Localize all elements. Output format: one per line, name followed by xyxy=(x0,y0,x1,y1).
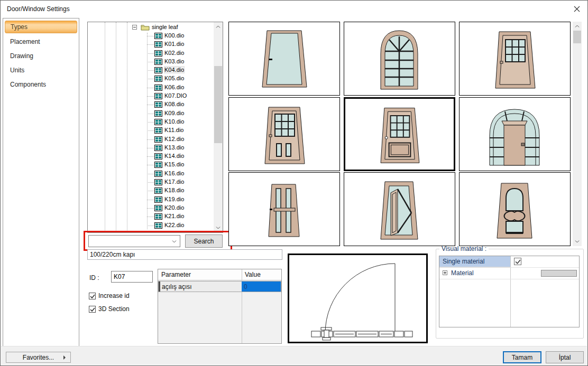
single-material-checkbox[interactable] xyxy=(514,258,521,265)
tree-connector xyxy=(147,130,154,131)
search-combobox[interactable] xyxy=(88,235,180,247)
tree-item[interactable]: K13.dio xyxy=(88,144,214,152)
parameter-table: Parameter Value açılış açısı 0 xyxy=(158,269,282,344)
tree-folder-single-leaf[interactable]: single leaf xyxy=(88,23,214,32)
dio-file-icon xyxy=(154,179,162,185)
preview-scrollbar[interactable] xyxy=(573,22,582,246)
search-button[interactable]: Search xyxy=(185,234,223,248)
diagonal-braced-glazed-door xyxy=(344,173,455,246)
visual-material-table: Single material Material xyxy=(439,256,580,327)
scroll-up-icon[interactable] xyxy=(573,22,582,31)
door-preview-cell-8[interactable] xyxy=(459,172,571,246)
increase-id-checkbox[interactable]: Increase id xyxy=(89,292,130,299)
tree-connector xyxy=(147,88,154,88)
dio-file-icon xyxy=(154,127,162,134)
collapse-icon[interactable] xyxy=(132,25,137,30)
tree-folder-label: single leaf xyxy=(152,24,178,30)
nine-pane-door-bottom-lights xyxy=(229,98,339,171)
3d-section-checkbox[interactable]: 3D Section xyxy=(89,305,130,313)
parameter-value-cell[interactable]: 0 xyxy=(242,281,281,292)
dialog-title: Door/Window Settings xyxy=(7,5,70,13)
tree-item[interactable]: K23.dio xyxy=(88,230,214,232)
tree-item[interactable]: K04.dio xyxy=(88,66,214,74)
door-preview-cell-7[interactable] xyxy=(344,172,455,246)
tree-item[interactable]: K09.dio xyxy=(88,109,214,118)
dio-file-icon xyxy=(154,101,162,108)
dio-file-icon xyxy=(154,33,162,39)
single-material-row[interactable]: Single material xyxy=(439,256,510,267)
tree-item[interactable]: K06.dio xyxy=(88,83,214,92)
tree-item[interactable]: K02.dio xyxy=(88,49,214,58)
sidebar-item-components[interactable]: Components xyxy=(3,78,79,92)
material-row-label[interactable]: Material xyxy=(451,269,474,277)
double-strip-glazed-door xyxy=(229,173,339,246)
material-swatch-button[interactable] xyxy=(541,270,577,277)
scrollbar-thumb[interactable] xyxy=(214,66,222,143)
chevron-down-icon[interactable] xyxy=(172,240,177,243)
sidebar-item-types[interactable]: Types xyxy=(5,21,77,33)
sidebar-item-drawing[interactable]: Drawing xyxy=(3,49,79,63)
scrollbar-thumb[interactable] xyxy=(573,31,581,43)
door-preview-cell-6[interactable] xyxy=(228,172,340,246)
tree-item[interactable]: K08.dio xyxy=(88,100,214,109)
scroll-up-icon[interactable] xyxy=(214,22,223,31)
tree-connector xyxy=(147,139,154,140)
tree-item[interactable]: K05.dio xyxy=(88,74,214,83)
tree-item[interactable]: K03.dio xyxy=(88,58,214,66)
tree-item[interactable]: K21.dio xyxy=(88,212,214,221)
arched-multi-pane-door xyxy=(344,22,455,95)
dio-file-icon xyxy=(154,76,162,82)
type-description: 100/220cm kapı xyxy=(87,249,282,260)
tree-item[interactable]: K11.dio xyxy=(88,126,214,135)
nine-pane-door-bottom-panel xyxy=(345,99,454,170)
door-preview-cell-2[interactable] xyxy=(459,22,571,96)
tree-item[interactable]: K17.dio xyxy=(88,178,214,186)
expand-icon[interactable] xyxy=(443,270,447,275)
tree-item[interactable]: K01.dio xyxy=(88,40,214,49)
door-preview-cell-4[interactable] xyxy=(344,97,455,171)
tree-connector xyxy=(147,174,154,174)
tree-item[interactable]: K19.dio xyxy=(88,195,214,204)
scroll-down-icon[interactable] xyxy=(573,237,582,246)
tree-item[interactable]: K12.dio xyxy=(88,135,214,144)
dio-file-icon xyxy=(154,162,162,168)
id-input[interactable] xyxy=(111,271,153,283)
favorites-button[interactable]: Favorites... xyxy=(6,352,71,363)
sidebar: TypesPlacementDrawingUnitsComponents xyxy=(3,18,79,347)
tree-scrollbar[interactable] xyxy=(214,22,223,232)
cancel-button[interactable]: İptal xyxy=(546,351,584,363)
tree-connector xyxy=(147,156,154,157)
sidebar-item-placement[interactable]: Placement xyxy=(3,35,79,49)
checkbox-icon[interactable] xyxy=(89,306,96,313)
tree-connector xyxy=(147,79,154,79)
tree-connector xyxy=(147,62,154,62)
tree-connector xyxy=(147,122,154,123)
tree-connector xyxy=(147,70,154,71)
library-tree: single leaf K00.dioK01.dioK02.dioK03.dio… xyxy=(87,22,223,233)
door-preview-cell-0[interactable] xyxy=(228,22,340,96)
folder-icon xyxy=(141,24,150,31)
tree-item[interactable]: K10.dio xyxy=(88,118,214,126)
tree-connector xyxy=(147,182,154,183)
tree-item[interactable]: K20.dio xyxy=(88,204,214,212)
tree-item[interactable]: K15.dio xyxy=(88,161,214,169)
dio-file-icon xyxy=(154,196,162,203)
tree-connector xyxy=(147,96,154,97)
tree-connector xyxy=(147,200,154,200)
door-preview-cell-3[interactable] xyxy=(228,97,340,171)
scroll-down-icon[interactable] xyxy=(214,223,223,232)
checkbox-icon[interactable] xyxy=(89,293,96,299)
dio-file-icon xyxy=(154,187,162,194)
door-preview-cell-1[interactable] xyxy=(344,22,455,96)
tree-item[interactable]: K16.dio xyxy=(88,170,214,178)
sidebar-item-units[interactable]: Units xyxy=(3,63,79,78)
tree-item[interactable]: K14.dio xyxy=(88,152,214,161)
ok-button[interactable]: Tamam xyxy=(503,351,541,363)
door-preview-cell-5[interactable] xyxy=(459,97,571,171)
tree-item[interactable]: K07.DIO xyxy=(88,92,214,100)
tree-item[interactable]: K18.dio xyxy=(88,186,214,195)
tree-item[interactable]: K00.dio xyxy=(88,32,214,40)
tree-item[interactable]: K22.dio xyxy=(88,221,214,230)
close-icon[interactable] xyxy=(572,4,582,14)
parameter-row[interactable]: açılış açısı 0 xyxy=(158,281,281,292)
